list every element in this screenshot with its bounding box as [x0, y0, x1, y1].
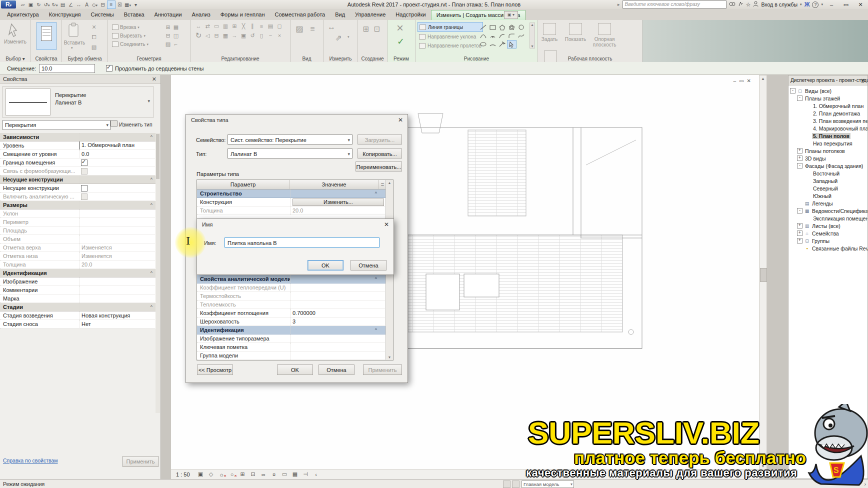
edit-misc4-icon[interactable]: × — [276, 32, 284, 40]
temporary-view-properties-icon[interactable]: ▭ — [281, 471, 288, 478]
property-row[interactable]: Отметка верха Изменяется — [0, 244, 156, 252]
revit-app-menu-button[interactable]: R▾ — [1, 0, 16, 8]
ribbon-tab[interactable]: Системы — [86, 10, 119, 20]
cut-geometry-button[interactable]: Вырезать▾ — [112, 32, 148, 40]
constraints-icon[interactable]: ⊣ — [302, 471, 310, 478]
measure-icon[interactable]: ∠ — [67, 1, 74, 8]
tree-item[interactable]: Западный — [788, 177, 868, 184]
design-option-select[interactable]: Главная модель▾ — [522, 480, 574, 488]
tree-expand-icon[interactable] — [790, 88, 796, 94]
category-filter-select[interactable]: Перекрытия▾ — [2, 120, 110, 130]
property-row[interactable]: Включить аналитическую ... — [0, 192, 156, 201]
ribbon-tab[interactable]: Совместная работа — [270, 10, 330, 20]
favorites-star-icon[interactable]: ☆ — [746, 2, 751, 8]
ribbon-tab[interactable]: Анализ — [187, 10, 216, 20]
minimize-button[interactable]: – — [826, 2, 838, 8]
tree-item[interactable]: Южный — [788, 192, 868, 200]
property-row[interactable]: Объем — [0, 235, 156, 244]
view-restore-icon[interactable]: ▭ — [739, 78, 746, 84]
properties-button[interactable] — [36, 22, 56, 50]
param-column-header[interactable]: Параметр — [197, 180, 290, 189]
measure-caret-icon[interactable]: ▾ — [348, 35, 350, 39]
value-column-header[interactable]: Значение — [290, 180, 379, 189]
3d-view-icon[interactable]: ◇▾ — [91, 1, 98, 8]
text-icon[interactable]: A — [83, 1, 90, 8]
design-options-icon[interactable] — [512, 480, 520, 488]
pick-lines-icon[interactable] — [498, 40, 507, 48]
duplicate-button[interactable]: Копировать... — [358, 148, 402, 158]
tree-item[interactable]: Восточный — [788, 170, 868, 177]
property-row[interactable]: Комментарии — [0, 286, 156, 294]
detail-level-icon[interactable]: ▣ — [197, 471, 204, 478]
tree-expand-icon[interactable] — [797, 208, 802, 214]
split-face-icon[interactable]: ◫ — [172, 32, 180, 40]
property-row[interactable]: Смещение от уровня 0.0 — [0, 150, 156, 158]
tree-item[interactable]: Листы (все) — [788, 222, 868, 230]
draw-circumscribed-polygon-icon[interactable] — [507, 23, 516, 32]
draw-fillet-arc-icon[interactable] — [507, 32, 516, 40]
draw-scrollbar[interactable]: ▲▼ — [530, 22, 535, 48]
slope-arrow-button[interactable]: Направление уклона — [418, 32, 483, 41]
ribbon-tab[interactable]: Вид — [330, 10, 350, 20]
exchange-apps-icon[interactable]: Ж — [804, 1, 810, 8]
type-param-row[interactable]: Изображение типоразмера — [197, 334, 386, 343]
draw-line-icon[interactable] — [478, 23, 488, 32]
property-row[interactable]: Площадь — [0, 226, 156, 235]
paste-icon[interactable] — [67, 22, 81, 40]
save-icon[interactable]: ▣ — [27, 1, 34, 8]
preview-button[interactable]: << Просмотр — [197, 364, 233, 375]
edit-misc3-icon[interactable]: − — [266, 32, 274, 40]
property-row[interactable]: Уклон — [0, 210, 156, 218]
split-icon[interactable]: ▦ — [222, 32, 230, 40]
join-geometry-button[interactable]: Соединить▾ — [112, 40, 148, 48]
reveal-hidden-icon[interactable]: ¤ — [270, 472, 278, 478]
tree-item[interactable]: Легенды — [788, 200, 868, 207]
restore-button[interactable]: ▭ — [840, 2, 852, 8]
tree-item[interactable]: 3D виды — [788, 154, 868, 162]
ribbon-tab[interactable]: Надстройки — [390, 10, 430, 20]
tree-expand-icon[interactable] — [797, 230, 802, 236]
type-dialog-cancel-button[interactable]: Отмена — [318, 364, 354, 375]
property-row[interactable]: Марка — [0, 294, 156, 303]
ribbon-tab[interactable]: Аннотации — [150, 10, 187, 20]
property-row[interactable]: Стадия возведения Новая конструкция — [0, 312, 156, 320]
unjoin-icon[interactable]: ⊟ — [164, 32, 172, 40]
section-icon[interactable]: ⊟ — [99, 1, 106, 8]
draw-arc-tangent-icon[interactable] — [498, 32, 507, 40]
project-browser-header[interactable]: Диспетчер проекта - проект-студия.rvt ✕ — [788, 76, 868, 86]
wall-joins-icon[interactable]: ⊞ — [164, 23, 172, 31]
tree-item[interactable]: Семейства — [788, 230, 868, 237]
properties-scrollbar[interactable] — [156, 133, 160, 413]
view-minimize-icon[interactable]: – — [734, 78, 740, 84]
draw-partial-ellipse-icon[interactable] — [488, 40, 498, 48]
crop-view-icon[interactable]: ⊞ — [239, 471, 246, 478]
edit-misc2-icon[interactable]: ▯ — [258, 32, 266, 40]
span-direction-button[interactable]: Направление пролетов — [418, 41, 483, 50]
search-icon[interactable] — [729, 2, 736, 8]
type-preview-caret-icon[interactable]: ▾ — [148, 98, 150, 104]
tree-item[interactable]: Экспликация помещений — [788, 214, 868, 222]
close-button[interactable]: ✕ — [854, 2, 866, 8]
project-browser-close-icon[interactable]: ✕ — [861, 76, 865, 85]
view-close-icon[interactable]: ✕ — [747, 78, 754, 84]
tree-expand-icon[interactable] — [797, 96, 802, 101]
property-row[interactable]: Периметр — [0, 218, 156, 226]
subscription-icon[interactable] — [738, 1, 744, 8]
draw-spline-icon[interactable] — [516, 32, 526, 40]
tree-item[interactable]: Связанные файлы Revit — [788, 244, 868, 252]
workplane-ref-plane-button[interactable]: Опорная плоскость — [590, 20, 619, 48]
cancel-sketch-icon[interactable]: × — [396, 21, 404, 35]
print-icon[interactable]: ▤ — [59, 1, 66, 8]
property-row[interactable]: Несущие конструкции — [0, 184, 156, 192]
cope-button[interactable]: Врезка▾ — [112, 23, 148, 32]
tree-expand-icon[interactable] — [797, 156, 802, 161]
type-param-row[interactable]: Коэффициент теплопередачи (U) — [197, 284, 386, 292]
property-checkbox[interactable] — [81, 185, 88, 192]
type-param-row[interactable]: Свойства аналитической модели — [197, 275, 386, 284]
property-row[interactable]: Связь с формообразующи... — [0, 167, 156, 176]
tree-expand-icon[interactable] — [797, 223, 802, 228]
tree-expand-icon[interactable] — [797, 163, 802, 168]
close-hidden-windows-icon[interactable]: ☒ — [116, 1, 124, 8]
switch-windows-icon[interactable]: ▦▾ — [124, 1, 132, 8]
properties-close-icon[interactable]: ✕ — [152, 75, 156, 84]
